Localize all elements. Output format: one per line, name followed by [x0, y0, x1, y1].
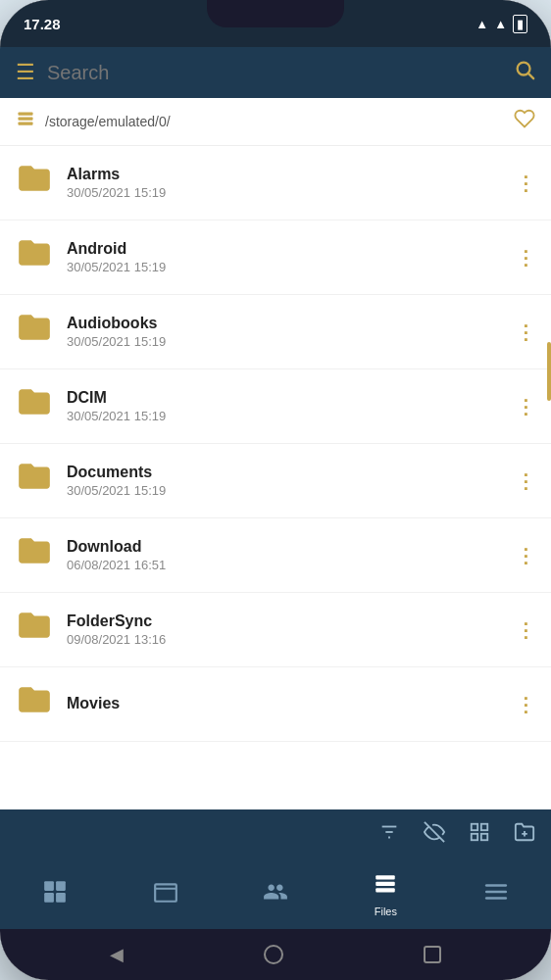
file-info: DCIM 30/05/2021 15:19 [67, 389, 502, 423]
signal-icon: ▲ [494, 17, 507, 31]
contacts-icon [263, 879, 288, 910]
filter-icon[interactable] [378, 821, 400, 849]
list-item[interactable]: Alarms 30/05/2021 15:19 ⋮ [0, 146, 551, 220]
more-options-icon[interactable]: ⋮ [516, 246, 535, 270]
svg-rect-18 [56, 893, 66, 903]
menu-icon [483, 879, 509, 910]
folder-icon [16, 458, 53, 504]
file-date: 09/08/2021 13:16 [67, 632, 502, 647]
file-info: Documents 30/05/2021 15:19 [67, 464, 502, 498]
file-info: Download 06/08/2021 16:51 [67, 538, 502, 572]
svg-rect-4 [19, 122, 33, 124]
folder-icon [16, 309, 53, 355]
file-info: Android 30/05/2021 15:19 [67, 240, 502, 274]
search-icon[interactable] [514, 59, 535, 86]
recents-button[interactable] [424, 946, 441, 963]
svg-rect-3 [19, 117, 33, 120]
svg-rect-19 [155, 884, 176, 901]
files-nav-label: Files [375, 906, 397, 917]
file-date: 30/05/2021 15:19 [67, 409, 502, 423]
search-bar[interactable]: ☰ [0, 47, 551, 98]
svg-rect-17 [44, 893, 54, 903]
folder-icon [16, 160, 53, 206]
path-bar: /storage/emulated/0/ [0, 98, 551, 146]
path-left: /storage/emulated/0/ [16, 110, 171, 134]
more-options-icon[interactable]: ⋮ [516, 693, 535, 716]
back-button[interactable]: ◀ [110, 944, 124, 965]
more-options-icon[interactable]: ⋮ [516, 172, 535, 195]
hidden-files-icon[interactable] [424, 821, 445, 849]
home-icon [42, 879, 68, 910]
list-item[interactable]: FolderSync 09/08/2021 13:16 ⋮ [0, 593, 551, 667]
svg-rect-22 [376, 888, 396, 892]
file-name: Download [67, 538, 502, 556]
storage-icon [16, 110, 35, 134]
file-name: Movies [67, 695, 502, 712]
file-info: Audiobooks 30/05/2021 15:19 [67, 315, 502, 349]
file-info: FolderSync 09/08/2021 13:16 [67, 612, 502, 647]
file-name: Documents [67, 464, 502, 481]
file-name: Alarms [67, 166, 502, 183]
battery-icon: ▮ [513, 15, 527, 33]
system-nav-bar: ◀ [0, 929, 551, 980]
more-options-icon[interactable]: ⋮ [516, 320, 535, 344]
folder-icon [16, 532, 53, 578]
svg-rect-20 [376, 875, 396, 879]
list-item[interactable]: Documents 30/05/2021 15:19 ⋮ [0, 444, 551, 518]
add-folder-icon[interactable] [514, 821, 535, 849]
wifi-icon: ▲ [476, 17, 488, 31]
folder-icon [16, 234, 53, 280]
more-options-icon[interactable]: ⋮ [516, 395, 535, 418]
list-item[interactable]: DCIM 30/05/2021 15:19 ⋮ [0, 369, 551, 444]
list-item[interactable]: Audiobooks 30/05/2021 15:19 ⋮ [0, 295, 551, 369]
nav-item-files[interactable]: Files [373, 872, 398, 917]
file-date: 30/05/2021 15:19 [67, 260, 502, 274]
folder-icon [16, 383, 53, 429]
scroll-indicator [547, 342, 551, 401]
file-name: Audiobooks [67, 315, 502, 332]
folder-icon [16, 607, 53, 653]
nav-item-browse[interactable] [153, 879, 178, 910]
nav-item-menu[interactable] [483, 879, 509, 910]
file-list: Alarms 30/05/2021 15:19 ⋮ Android 30/05/… [0, 146, 551, 809]
file-name: DCIM [67, 389, 502, 407]
file-date: 30/05/2021 15:19 [67, 483, 502, 498]
hamburger-icon[interactable]: ☰ [16, 60, 35, 85]
svg-rect-11 [472, 834, 477, 840]
svg-line-1 [528, 74, 533, 78]
bottom-nav: Files [0, 860, 551, 929]
phone-screen: 17.28 ▲ ▲ ▮ ☰ [0, 0, 551, 980]
file-info: Alarms 30/05/2021 15:19 [67, 166, 502, 200]
nav-item-home[interactable] [42, 879, 68, 910]
svg-rect-12 [481, 834, 487, 840]
svg-rect-10 [481, 824, 487, 830]
path-text: /storage/emulated/0/ [45, 114, 171, 129]
files-icon [373, 872, 398, 904]
file-date: 30/05/2021 15:19 [67, 334, 502, 349]
list-item[interactable]: Movies ⋮ [0, 667, 551, 742]
nav-item-contacts[interactable] [263, 879, 288, 910]
more-options-icon[interactable]: ⋮ [516, 544, 535, 567]
file-date: 30/05/2021 15:19 [67, 185, 502, 200]
status-time: 17.28 [24, 16, 61, 32]
svg-rect-21 [376, 882, 396, 886]
phone-frame: 17.28 ▲ ▲ ▮ ☰ [0, 0, 551, 980]
folder-icon [16, 681, 53, 727]
file-info: Movies [67, 695, 502, 714]
home-button[interactable] [264, 945, 283, 964]
favorite-icon[interactable] [514, 108, 535, 135]
svg-rect-2 [19, 112, 33, 115]
more-options-icon[interactable]: ⋮ [516, 469, 535, 493]
notch [207, 0, 344, 27]
svg-rect-16 [56, 881, 66, 891]
svg-rect-9 [472, 824, 477, 830]
svg-rect-15 [44, 881, 54, 891]
status-icons: ▲ ▲ ▮ [476, 15, 527, 33]
search-input[interactable] [47, 62, 502, 84]
more-options-icon[interactable]: ⋮ [516, 618, 535, 642]
select-all-icon[interactable] [469, 821, 490, 849]
list-item[interactable]: Download 06/08/2021 16:51 ⋮ [0, 518, 551, 593]
browse-icon [153, 879, 178, 910]
file-name: Android [67, 240, 502, 258]
list-item[interactable]: Android 30/05/2021 15:19 ⋮ [0, 220, 551, 295]
